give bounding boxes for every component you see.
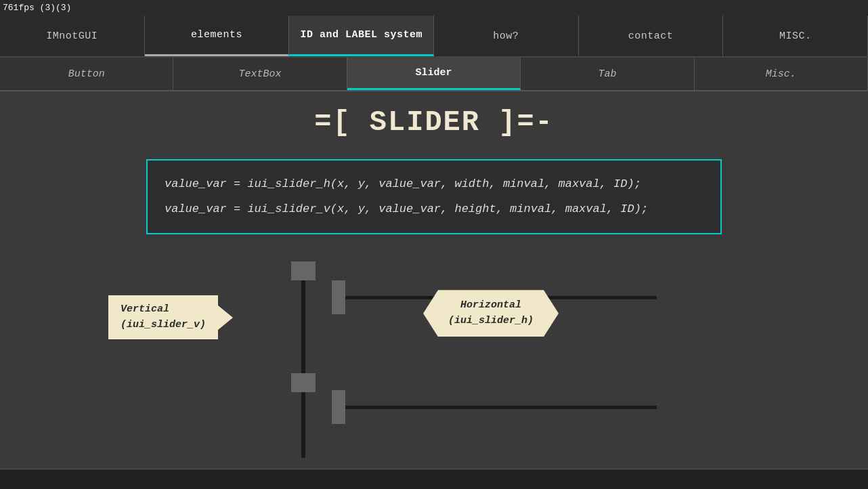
vertical-label-line2: (iui_slider_v) [121,318,206,333]
horizontal-callout: Horizontal (iui_slider_h) [423,290,559,337]
nav-id-label[interactable]: ID and LABEL system [289,16,434,56]
nav-misc[interactable]: MISC. [723,16,868,56]
demo-area: Vertical (iui_slider_v) Horizontal (iui_… [0,255,868,469]
callout-arrow-right [218,305,233,330]
h-slider-track-2 [345,406,657,409]
subnav-tab[interactable]: Tab [521,58,694,90]
sub-nav: Button TextBox Slider Tab Misc. [0,58,868,91]
status-bar [0,469,868,489]
subnav-slider[interactable]: Slider [347,58,521,90]
code-block: value_var = iui_slider_h(x, y, value_var… [146,159,722,234]
code-line-1: value_var = iui_slider_h(x, y, value_var… [165,174,703,195]
vertical-slider-track [301,261,305,458]
page-title: =[ SLIDER ]=- [0,106,868,139]
vertical-label-container: Vertical (iui_slider_v) [108,295,218,339]
fps-counter: 761fps (3)(3) [3,3,71,13]
nav-elements[interactable]: elements [145,16,290,56]
nav-how[interactable]: how? [434,16,579,56]
horizontal-label-line2: (iui_slider_h) [445,314,537,329]
vertical-slider-handle-bottom[interactable] [291,373,316,392]
horizontal-label-line1: Horizontal [445,298,537,314]
h-slider-handle-2[interactable] [332,390,345,424]
nav-contact[interactable]: contact [579,16,724,56]
horizontal-label-container: Horizontal (iui_slider_h) [423,290,559,337]
top-nav: IMnotGUI elements ID and LABEL system ho… [0,0,868,58]
horizontal-slider-2 [332,390,657,424]
nav-imnotgui[interactable]: IMnotGUI [0,16,145,56]
main-content: =[ SLIDER ]=- value_var = iui_slider_h(x… [0,93,868,469]
vertical-label-line1: Vertical [121,302,206,318]
h-slider-handle-1[interactable] [332,280,345,314]
vertical-slider-handle-top[interactable] [291,261,316,280]
vertical-callout: Vertical (iui_slider_v) [108,295,218,339]
subnav-misc[interactable]: Misc. [695,58,868,90]
subnav-button[interactable]: Button [0,58,173,90]
page-title-container: =[ SLIDER ]=- [0,106,868,139]
subnav-textbox[interactable]: TextBox [173,58,347,90]
code-line-2: value_var = iui_slider_v(x, y, value_var… [165,199,703,220]
